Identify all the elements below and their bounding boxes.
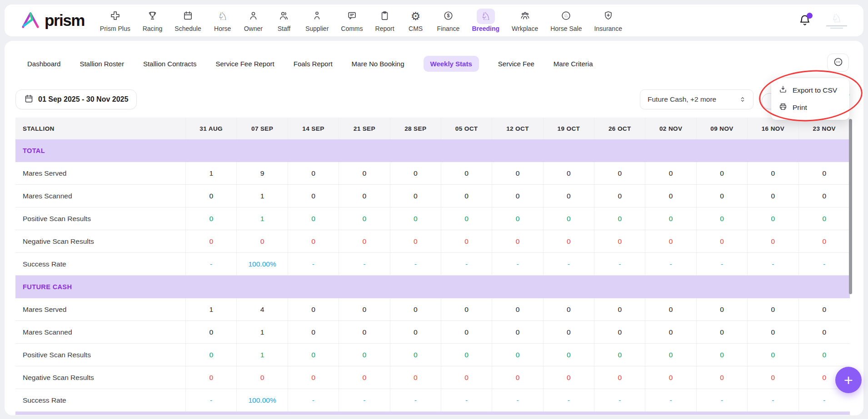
date-range-button[interactable]: 01 Sep 2025 - 30 Nov 2025 bbox=[15, 89, 137, 109]
main-nav: Prism Plus Racing Schedule♘ Horse Owner … bbox=[100, 9, 622, 32]
cell-value: 1 bbox=[237, 321, 288, 343]
nav-item-label: Wrkplace bbox=[512, 25, 538, 32]
tab-stallion-roster[interactable]: Stallion Roster bbox=[80, 56, 124, 72]
cell-value: - bbox=[799, 389, 850, 411]
cell-value: 0 bbox=[544, 230, 594, 252]
cell-value: 0 bbox=[748, 321, 798, 343]
svg-text:$: $ bbox=[447, 13, 450, 18]
nav-item-breeding[interactable]: ♘ Breeding bbox=[472, 9, 499, 32]
nav-item-label: Report bbox=[375, 25, 394, 32]
menu-item-export-to-csv[interactable]: Export to CSV bbox=[771, 82, 849, 99]
cell-value: 0 bbox=[339, 162, 390, 184]
notifications-button[interactable] bbox=[798, 14, 812, 27]
cell-value: - bbox=[390, 389, 441, 411]
cell-value: 0 bbox=[237, 366, 288, 389]
tab-service-fee-report[interactable]: Service Fee Report bbox=[216, 56, 274, 72]
cell-value: 0 bbox=[186, 207, 237, 230]
shield-plus-icon bbox=[603, 10, 614, 23]
cell-value: 0 bbox=[237, 230, 288, 252]
view-select-value: Future Cash, +2 more bbox=[648, 95, 716, 104]
nav-item-insurance[interactable]: Insurance bbox=[594, 9, 622, 32]
nav-item-prism-plus[interactable]: Prism Plus bbox=[100, 9, 130, 32]
row-label: Negative Scan Results bbox=[15, 366, 186, 389]
cell-value: - bbox=[544, 389, 594, 411]
row-label: Success Rate bbox=[15, 389, 186, 411]
table-row-mares-served: Mares Served1900000000000 bbox=[15, 162, 850, 185]
add-button[interactable]: + bbox=[835, 367, 862, 393]
cell-value: 0 bbox=[645, 185, 696, 207]
tab-service-fee[interactable]: Service Fee bbox=[498, 56, 534, 72]
cell-value: 0 bbox=[594, 185, 645, 207]
nav-item-schedule[interactable]: Schedule bbox=[175, 9, 201, 32]
cell-value: 0 bbox=[697, 298, 748, 320]
nav-item-horse[interactable]: ♘ Horse bbox=[214, 9, 232, 32]
cell-value: - bbox=[339, 389, 390, 411]
column-header-week: 14 SEP bbox=[288, 118, 339, 139]
cell-value: 0 bbox=[441, 344, 492, 366]
cell-value: 0 bbox=[492, 321, 543, 343]
cell-value: 0 bbox=[697, 344, 748, 366]
date-range-value: 01 Sep 2025 - 30 Nov 2025 bbox=[38, 95, 128, 104]
cell-value: 0 bbox=[390, 344, 441, 366]
nav-item-staff[interactable]: Staff bbox=[275, 9, 293, 32]
nav-item-horse-sale[interactable]: ♘ Horse Sale bbox=[550, 9, 582, 32]
tab-foals-report[interactable]: Foals Report bbox=[294, 56, 333, 72]
cell-value: 0 bbox=[748, 185, 798, 207]
tab-stallion-contracts[interactable]: Stallion Contracts bbox=[143, 56, 197, 72]
prism-logo-icon bbox=[20, 11, 41, 30]
row-label: Positive Scan Results bbox=[15, 344, 186, 366]
nav-item-report[interactable]: Report bbox=[375, 9, 394, 32]
cell-value: 1 bbox=[237, 344, 288, 366]
view-select[interactable]: Future Cash, +2 more bbox=[640, 89, 753, 109]
vertical-scrollbar[interactable] bbox=[849, 119, 852, 294]
row-label: Mares Served bbox=[15, 298, 186, 320]
nav-item-cms[interactable]: ⚙ CMS bbox=[407, 9, 425, 32]
person-icon bbox=[248, 10, 259, 23]
breeding-horse-icon: ♘ bbox=[481, 11, 491, 22]
tab-dashboard[interactable]: Dashboard bbox=[27, 56, 60, 72]
cell-value: 0 bbox=[645, 162, 696, 184]
cell-value: - bbox=[492, 389, 543, 411]
more-options-button[interactable] bbox=[827, 54, 849, 72]
nav-item-racing[interactable]: Racing bbox=[143, 9, 163, 32]
cell-value: 0 bbox=[492, 162, 543, 184]
table-row-success-rate: Success Rate-100.00%----------- bbox=[15, 253, 850, 276]
cell-value: 0 bbox=[544, 366, 594, 389]
cell-value: 0 bbox=[492, 298, 543, 320]
tab-mare-no-booking[interactable]: Mare No Booking bbox=[352, 56, 404, 72]
column-header-week: 21 SEP bbox=[339, 118, 390, 139]
column-header-week: 09 NOV bbox=[697, 118, 748, 139]
cell-value: 0 bbox=[288, 321, 339, 343]
nav-item-comms[interactable]: Comms bbox=[341, 9, 363, 32]
cell-value: 0 bbox=[594, 344, 645, 366]
cell-value: 0 bbox=[799, 344, 850, 366]
cell-value: 0 bbox=[697, 162, 748, 184]
tab-weekly-stats[interactable]: Weekly Stats bbox=[424, 56, 479, 72]
cell-value: 0 bbox=[748, 298, 798, 320]
cell-value: 0 bbox=[186, 344, 237, 366]
cell-value: 0 bbox=[339, 321, 390, 343]
cell-value: 0 bbox=[645, 366, 696, 389]
nav-item-finance[interactable]: $ Finance bbox=[437, 9, 460, 32]
menu-item-label: Export to CSV bbox=[793, 86, 837, 94]
cell-value: - bbox=[492, 253, 543, 275]
nav-item-supplier[interactable]: Supplier bbox=[305, 9, 329, 32]
column-header-stallion: STALLION bbox=[15, 118, 186, 139]
trophy-icon bbox=[147, 10, 158, 23]
account-logo[interactable]: ♘ bbox=[823, 9, 850, 32]
cell-value: - bbox=[799, 253, 850, 275]
tab-mare-criteria[interactable]: Mare Criteria bbox=[554, 56, 593, 72]
column-header-week: 31 AUG bbox=[186, 118, 237, 139]
cell-value: 1 bbox=[237, 207, 288, 230]
cell-value: 4 bbox=[237, 298, 288, 320]
brand-logo[interactable]: prism bbox=[20, 11, 85, 30]
cell-value: - bbox=[645, 253, 696, 275]
menu-item-print[interactable]: Print bbox=[771, 99, 849, 116]
nav-item-owner[interactable]: Owner bbox=[244, 9, 263, 32]
cell-value: 0 bbox=[697, 230, 748, 252]
column-header-week: 19 OCT bbox=[544, 118, 594, 139]
row-label: Success Rate bbox=[15, 253, 186, 275]
table-row-positive-scan-results: Positive Scan Results0100000000000 bbox=[15, 207, 850, 230]
cell-value: 0 bbox=[186, 321, 237, 343]
nav-item-wrkplace[interactable]: Wrkplace bbox=[512, 9, 538, 32]
